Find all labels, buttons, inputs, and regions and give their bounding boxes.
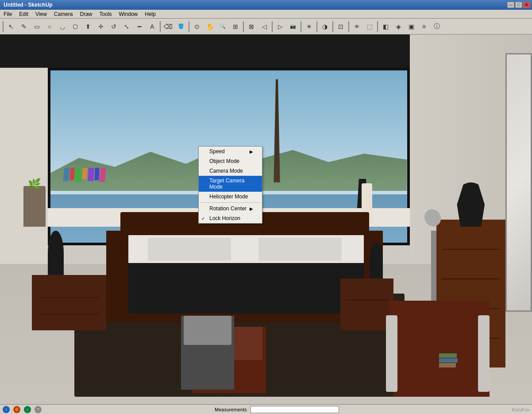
context-menu-item-speed[interactable]: Speed▶	[199, 147, 262, 156]
context-menu-label-camera-mode: Camera Mode	[209, 168, 243, 174]
toolbar-btn-circle[interactable]: ○	[43, 20, 56, 33]
close-button[interactable]: ✕	[523, 2, 530, 8]
toolbar-btn-scenes[interactable]: ▣	[405, 20, 417, 33]
toolbar-btn-select[interactable]: ↖	[5, 20, 17, 33]
statusbar: i © ○ ? Measurements Koruf.ru	[0, 404, 532, 414]
toolbar-btn-paint[interactable]: 🪣	[175, 20, 187, 33]
context-menu-item-rotation-center[interactable]: Rotation Center▶	[199, 204, 262, 213]
toolbar-btn-arc[interactable]: ◡	[56, 20, 69, 33]
status-icon-copyright[interactable]: ©	[13, 406, 20, 413]
plant-left: 🌿	[16, 146, 53, 227]
toolbar: ↖✎▭○◡⬡⬆✛↺⤡━A⌫🪣⊙✋🔍⊞⊠◁▷📷☀◑⊡👁⬚◧◈▣≡ⓘ	[0, 19, 532, 35]
toolbar-separator	[301, 21, 301, 32]
lamp-left	[48, 231, 64, 275]
floor-books	[439, 353, 458, 368]
toolbar-btn-orbit[interactable]: ⊙	[191, 20, 203, 33]
toolbar-separator	[243, 21, 244, 32]
mirror	[505, 53, 532, 312]
context-menu-arrow: ▶	[250, 149, 253, 154]
toolbar-btn-scale[interactable]: ⤡	[120, 20, 133, 33]
window-title: Untitled - SketchUp	[2, 2, 53, 8]
menu-item-view[interactable]: View	[32, 10, 50, 18]
context-menu: Speed▶Object ModeCamera ModeTarget Camer…	[198, 146, 262, 224]
chair-right	[393, 301, 489, 397]
toolbar-btn-rectangle[interactable]: ▭	[31, 20, 43, 33]
main-canvas[interactable]: 🌿	[0, 35, 532, 404]
menu-item-file[interactable]: File	[0, 10, 15, 18]
toolbar-btn-move[interactable]: ✛	[95, 20, 107, 33]
toolbar-separator	[272, 21, 273, 32]
measurements-label: Measurements	[215, 407, 247, 412]
toolbar-btn-prev-view[interactable]: ◁	[258, 20, 270, 33]
status-icon-info[interactable]: i	[3, 406, 10, 413]
context-menu-item-target-camera-mode[interactable]: Target Camera Mode	[199, 176, 262, 192]
toolbar-separator	[316, 21, 317, 32]
status-icon-circle[interactable]: ○	[24, 406, 31, 413]
toolbar-separator	[3, 21, 4, 32]
toolbar-btn-layers[interactable]: ≡	[418, 20, 430, 33]
toolbar-btn-materials[interactable]: ◧	[379, 20, 392, 33]
toolbar-separator	[160, 21, 161, 32]
maximize-button[interactable]: □	[515, 2, 522, 8]
statusbar-right: Measurements	[215, 406, 339, 413]
context-menu-item-object-mode[interactable]: Object Mode	[199, 156, 262, 166]
context-menu-item-camera-mode[interactable]: Camera Mode	[199, 166, 262, 176]
toolbar-btn-pencil[interactable]: ✎	[18, 20, 30, 33]
context-menu-label-speed: Speed	[209, 148, 225, 155]
context-menu-label-lock-horizon: Lock Horizon	[209, 215, 240, 221]
context-menu-item-lock-horizon[interactable]: ✓Lock Horizon	[199, 213, 262, 223]
minimize-button[interactable]: —	[507, 2, 514, 8]
titlebar: Untitled - SketchUp — □ ✕	[0, 0, 532, 10]
toolbar-btn-polygon[interactable]: ⬡	[69, 20, 81, 33]
context-menu-label-object-mode: Object Mode	[209, 158, 239, 164]
books	[64, 168, 105, 182]
menu-item-window[interactable]: Window	[116, 10, 142, 18]
menu-item-help[interactable]: Help	[141, 10, 159, 18]
toolbar-btn-next-view[interactable]: ▷	[274, 20, 286, 33]
toolbar-btn-tape[interactable]: ━	[133, 20, 146, 33]
nightstand-left	[32, 275, 106, 330]
window-controls: — □ ✕	[507, 2, 530, 8]
menu-item-draw[interactable]: Draw	[77, 10, 96, 18]
context-menu-label-rotation-center: Rotation Center	[209, 205, 247, 212]
menu-item-camera[interactable]: Camera	[50, 10, 77, 18]
toolbar-btn-zoom-extents[interactable]: ⊞	[229, 20, 242, 33]
toolbar-btn-rotate[interactable]: ↺	[108, 20, 120, 33]
menu-item-tools[interactable]: Tools	[96, 10, 116, 18]
toolbar-separator	[332, 21, 333, 32]
watermark: Koruf.ru	[512, 407, 529, 412]
context-menu-label-target-camera-mode: Target Camera Mode	[209, 178, 253, 190]
toolbar-btn-pushpull[interactable]: ⬆	[82, 20, 94, 33]
context-menu-label-helicopter-mode: Helicopter Mode	[209, 193, 248, 200]
context-menu-arrow: ▶	[250, 206, 253, 211]
toolbar-btn-hidden-geo[interactable]: 👁	[351, 20, 363, 33]
chair-left	[181, 316, 234, 390]
scene-background: 🌿	[0, 35, 532, 404]
toolbar-btn-sun[interactable]: ☀	[303, 20, 315, 33]
toolbar-btn-eraser[interactable]: ⌫	[162, 20, 174, 33]
toolbar-btn-zoom-window[interactable]: ⊠	[245, 20, 258, 33]
toolbar-separator	[377, 21, 378, 32]
toolbar-separator	[189, 21, 189, 32]
context-menu-item-helicopter-mode[interactable]: Helicopter Mode	[199, 192, 262, 201]
toolbar-separator	[348, 21, 349, 32]
measurements-input[interactable]	[251, 406, 339, 413]
menubar: FileEditViewCameraDrawToolsWindowHelp	[0, 10, 532, 19]
statusbar-left: i © ○ ?	[3, 406, 42, 413]
toolbar-btn-section-plane[interactable]: ⊡	[335, 20, 347, 33]
toolbar-btn-styles[interactable]: ◈	[392, 20, 405, 33]
toolbar-btn-components[interactable]: ⬚	[363, 20, 376, 33]
toolbar-btn-zoom[interactable]: 🔍	[216, 20, 229, 33]
toolbar-btn-pan[interactable]: ✋	[204, 20, 216, 33]
toolbar-btn-text[interactable]: A	[146, 20, 158, 33]
status-icon-help[interactable]: ?	[35, 406, 42, 413]
context-menu-separator	[200, 202, 260, 203]
toolbar-btn-model-info[interactable]: ⓘ	[431, 20, 443, 33]
toolbar-btn-camera-tool[interactable]: 📷	[287, 20, 299, 33]
menu-item-edit[interactable]: Edit	[15, 10, 32, 18]
toolbar-btn-shadows[interactable]: ◑	[319, 20, 331, 33]
